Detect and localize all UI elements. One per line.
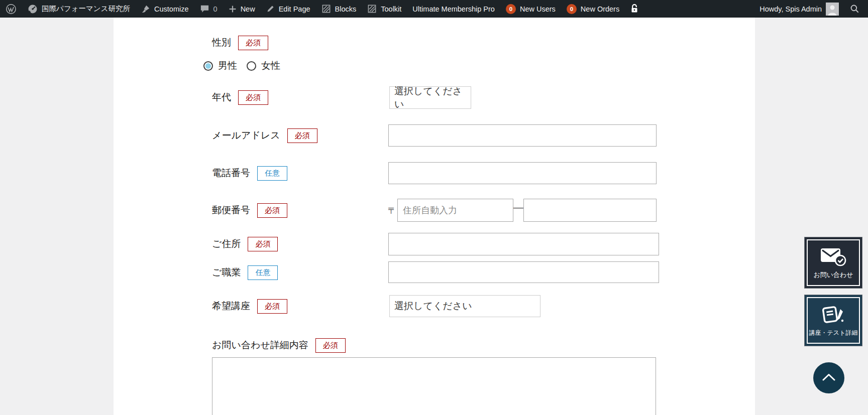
avatar: [826, 3, 839, 16]
required-badge: 必須: [287, 128, 317, 143]
my-account-menu[interactable]: Howdy, Spis Admin: [754, 0, 844, 18]
unlock-icon: [630, 4, 638, 14]
address-label: ご住所: [212, 237, 241, 250]
field-occupation-label-row: ご職業 任意: [212, 265, 278, 280]
brush-icon: [141, 5, 150, 14]
radio-male[interactable]: 男性: [203, 59, 237, 72]
postal-separator: —: [513, 202, 523, 213]
screen: 国際パフォーマンス研究所 Customize 0 New: [0, 0, 868, 415]
lock-menu[interactable]: [625, 0, 644, 18]
envelope-check-icon: [820, 246, 847, 269]
scroll-to-top-button[interactable]: [813, 362, 844, 393]
course-select[interactable]: 選択してください: [389, 295, 540, 317]
chevron-up-icon: [822, 373, 835, 383]
site-gauge-icon: [28, 4, 38, 14]
required-badge: 必須: [257, 203, 287, 218]
postal-mark: 〒: [388, 205, 396, 217]
ultimate-membership-pro-menu[interactable]: Ultimate Membership Pro: [407, 0, 500, 18]
radio-male-circle[interactable]: [203, 61, 213, 71]
new-content-menu[interactable]: New: [223, 0, 261, 18]
email-label: メールアドレス: [212, 129, 280, 142]
age-select-value: 選択してください: [394, 85, 466, 111]
new-users-label: New Users: [520, 5, 556, 13]
field-details-label-row: お問い合わせ詳細内容 必須: [212, 338, 346, 353]
book-pencil-icon: [820, 304, 847, 327]
required-badge: 必須: [315, 338, 346, 353]
required-badge: 必須: [248, 237, 278, 251]
wp-admin-bar: 国際パフォーマンス研究所 Customize 0 New: [0, 0, 868, 18]
postal-label: 郵便番号: [212, 204, 250, 217]
radio-female[interactable]: 女性: [247, 59, 280, 72]
contact-float-label: お問い合わせ: [813, 270, 853, 280]
field-email-label-row: メールアドレス 必須: [212, 128, 317, 143]
search-icon: [850, 4, 859, 14]
wp-logo-menu[interactable]: [0, 0, 22, 18]
gender-radio-group: 男性 女性: [203, 59, 280, 72]
new-label: New: [241, 5, 255, 13]
course-select-value: 選択してください: [394, 300, 472, 313]
field-postal-label-row: 郵便番号 必須: [212, 203, 287, 218]
radio-female-label: 女性: [261, 59, 280, 72]
edit-page-label: Edit Page: [279, 5, 310, 13]
new-orders-count-badge: 0: [567, 4, 577, 14]
new-orders-menu[interactable]: 0 New Orders: [561, 0, 625, 18]
field-address-label-row: ご住所 必須: [212, 236, 278, 251]
course-detail-float-button[interactable]: 講座・テスト詳細: [804, 295, 862, 346]
edit-page-menu[interactable]: Edit Page: [261, 0, 316, 18]
age-label: 年代: [212, 91, 231, 104]
contact-float-inner: お問い合わせ: [807, 239, 860, 286]
optional-badge: 任意: [257, 166, 287, 181]
plus-icon: [229, 5, 237, 13]
customize-menu[interactable]: Customize: [136, 0, 194, 18]
postal-code-field-1[interactable]: [397, 199, 513, 222]
site-name-menu[interactable]: 国際パフォーマンス研究所: [22, 0, 136, 18]
field-age-label-row: 年代 必須: [212, 90, 268, 105]
address-field[interactable]: [388, 233, 659, 255]
required-badge: 必須: [238, 36, 268, 50]
course-float-inner: 講座・テスト詳細: [807, 297, 860, 344]
gender-label: 性別: [212, 36, 231, 49]
comment-bubble-icon: [200, 4, 209, 14]
occupation-label: ご職業: [212, 266, 241, 279]
course-float-label: 講座・テスト詳細: [809, 329, 858, 337]
blocks-label: Blocks: [335, 5, 357, 13]
contact-float-button[interactable]: お問い合わせ: [804, 237, 862, 289]
field-course-label-row: 希望講座 必須: [212, 299, 287, 314]
field-gender-label-row: 性別 必須: [212, 35, 268, 50]
optional-badge: 任意: [248, 265, 278, 280]
course-label: 希望講座: [212, 300, 250, 313]
pencil-icon: [266, 5, 275, 13]
required-badge: 必須: [257, 299, 287, 314]
toolkit-icon: [367, 4, 377, 14]
details-textarea[interactable]: [212, 357, 656, 415]
required-badge: 必須: [238, 90, 268, 105]
membership-label: Ultimate Membership Pro: [412, 5, 495, 13]
new-users-count-badge: 0: [506, 4, 516, 14]
phone-label: 電話番号: [212, 167, 250, 180]
site-title: 国際パフォーマンス研究所: [42, 4, 130, 14]
phone-field[interactable]: [388, 162, 657, 184]
admin-bar-left: 国際パフォーマンス研究所 Customize 0 New: [0, 0, 644, 18]
admin-search[interactable]: [844, 0, 865, 18]
details-label: お問い合わせ詳細内容: [212, 339, 308, 352]
blocks-icon: [321, 4, 331, 14]
toolkit-menu[interactable]: Toolkit: [362, 0, 407, 18]
new-orders-label: New Orders: [581, 5, 619, 13]
howdy-label: Howdy, Spis Admin: [759, 5, 822, 13]
contact-form: 性別 必須 男性 女性 年代 必須 選択してください メールアドレス 必須: [114, 18, 755, 415]
radio-female-circle[interactable]: [247, 61, 256, 71]
field-phone-label-row: 電話番号 任意: [212, 166, 287, 181]
admin-bar-right: Howdy, Spis Admin: [754, 0, 868, 18]
wordpress-logo-icon: [6, 4, 17, 15]
postal-code-field-2[interactable]: [523, 199, 657, 222]
age-select[interactable]: 選択してください: [389, 86, 471, 109]
comments-menu[interactable]: 0: [194, 0, 223, 18]
comments-count: 0: [213, 5, 218, 13]
new-users-menu[interactable]: 0 New Users: [500, 0, 561, 18]
toolkit-label: Toolkit: [381, 5, 401, 13]
blocks-menu[interactable]: Blocks: [316, 0, 362, 18]
occupation-field[interactable]: [388, 261, 659, 283]
customize-label: Customize: [154, 5, 189, 13]
email-field[interactable]: [388, 124, 657, 147]
radio-male-label: 男性: [218, 59, 237, 72]
